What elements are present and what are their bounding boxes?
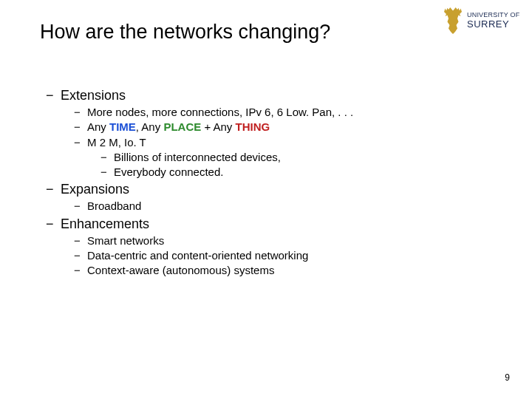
highlight-time: TIME [109,120,136,133]
extensions-label: Extensions [61,88,126,103]
university-logo: UNIVERSITY OF SURREY [442,4,523,37]
ext-sub3: M 2 M, Io. T Billions of interconnected … [74,135,492,180]
expansions-label: Expansions [61,182,129,197]
highlight-thing: THING [236,120,270,133]
ext-sub2: Any TIME, Any PLACE + Any THING [74,120,492,134]
slide-content: How are the networks changing? Extension… [0,0,532,278]
ext-sub3-2: Everybody connected. [100,165,492,180]
enh-sub2: Data-centric and content-oriented networ… [74,248,492,263]
item-enhancements: Enhancements Smart networks Data-centric… [46,216,492,279]
ext-sub3-1: Billions of interconnected devices, [100,150,492,165]
enhancements-label: Enhancements [61,216,149,231]
logo-line2: SURREY [467,19,519,30]
enh-sub1: Smart networks [74,233,492,248]
item-expansions: Expansions Broadband [46,182,492,214]
bullet-list: Extensions More nodes, more connections,… [40,88,492,278]
ext-sub1: More nodes, more connections, IPv 6, 6 L… [74,105,492,120]
page-number: 9 [505,372,510,383]
highlight-place: PLACE [163,120,201,133]
enh-sub3: Context-aware (autonomous) systems [74,263,492,278]
stag-icon [442,6,464,35]
item-extensions: Extensions More nodes, more connections,… [46,88,492,180]
slide-title: How are the networks changing? [40,21,492,44]
exp-sub1: Broadband [74,199,492,214]
